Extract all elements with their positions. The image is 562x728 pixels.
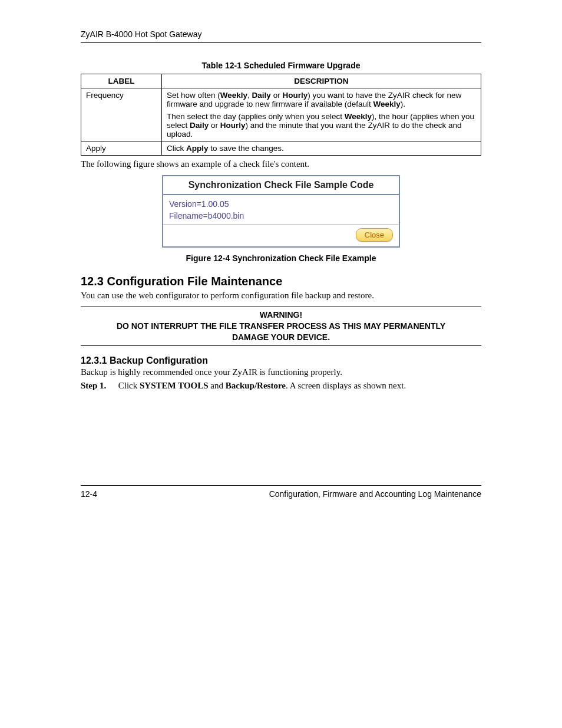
page-footer: 12-4 Configuration, Firmware and Account… bbox=[81, 485, 481, 499]
warning-block: WARNING! DO NOT INTERRUPT THE FILE TRANS… bbox=[81, 307, 481, 346]
desc-paragraph: Set how often (Weekly, Daily or Hourly) … bbox=[167, 91, 476, 108]
document-page: ZyAIR B-4000 Hot Spot Gateway Table 12-1… bbox=[45, 0, 517, 522]
step-row: Step 1. Click SYSTEM TOOLS and Backup/Re… bbox=[81, 381, 481, 391]
warning-line: WARNING! bbox=[104, 309, 458, 321]
figure-content: Version=1.00.05 Filename=b4000.bin bbox=[163, 195, 399, 225]
table-caption: Table 12-1 Scheduled Firmware Upgrade bbox=[81, 61, 481, 70]
cell-label: Frequency bbox=[81, 88, 162, 141]
header-title: ZyAIR B-4000 Hot Spot Gateway bbox=[81, 29, 201, 39]
section-paragraph: You can use the web configurator to perf… bbox=[81, 291, 481, 301]
cell-description: Set how often (Weekly, Daily or Hourly) … bbox=[162, 88, 481, 141]
cell-label: Apply bbox=[81, 141, 162, 156]
code-line: Version=1.00.05 bbox=[169, 199, 393, 210]
close-button[interactable]: Close bbox=[356, 228, 393, 242]
code-line: Filename=b4000.bin bbox=[169, 210, 393, 222]
figure-button-row: Close bbox=[163, 225, 399, 246]
table-row: Apply Click Apply to save the changes. bbox=[81, 141, 481, 156]
sync-check-figure: Synchronization Check File Sample Code V… bbox=[162, 175, 400, 248]
subsection-heading: 12.3.1 Backup Configuration bbox=[81, 355, 481, 366]
step-text: Click SYSTEM TOOLS and Backup/Restore. A… bbox=[118, 381, 406, 390]
cell-description: Click Apply to save the changes. bbox=[162, 141, 481, 156]
step-label: Step 1. bbox=[81, 381, 116, 391]
figure-title: Synchronization Check File Sample Code bbox=[163, 176, 399, 195]
footer-page-number: 12-4 bbox=[81, 489, 97, 499]
warning-line: DO NOT INTERRUPT THE FILE TRANSFER PROCE… bbox=[104, 321, 458, 343]
firmware-upgrade-table: LABEL DESCRIPTION Frequency Set how ofte… bbox=[81, 74, 481, 156]
table-header-row: LABEL DESCRIPTION bbox=[81, 74, 481, 88]
table-row: Frequency Set how often (Weekly, Daily o… bbox=[81, 88, 481, 141]
col-header-label: LABEL bbox=[81, 74, 162, 88]
section-heading: 12.3 Configuration File Maintenance bbox=[81, 275, 481, 288]
figure-caption: Figure 12-4 Synchronization Check File E… bbox=[81, 253, 481, 263]
subsection-paragraph: Backup is highly recommended once your Z… bbox=[81, 367, 481, 377]
page-header: ZyAIR B-4000 Hot Spot Gateway bbox=[81, 29, 481, 43]
col-header-description: DESCRIPTION bbox=[162, 74, 481, 88]
desc-paragraph: Then select the day (applies only when y… bbox=[167, 112, 476, 139]
intro-paragraph: The following figure shows an example of… bbox=[81, 159, 481, 169]
footer-title: Configuration, Firmware and Accounting L… bbox=[269, 489, 481, 499]
